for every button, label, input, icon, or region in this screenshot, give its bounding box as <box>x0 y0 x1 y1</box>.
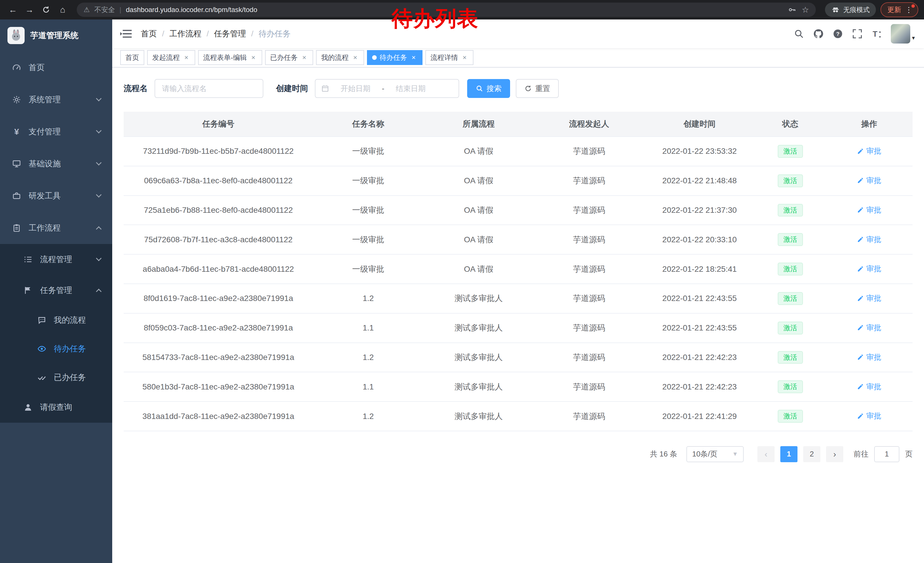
status-badge: 激活 <box>778 321 803 335</box>
sidebar-item-task-mgmt[interactable]: 任务管理 <box>0 275 112 306</box>
caret-down-icon: ▼ <box>732 451 738 457</box>
process-cell: OA 请假 <box>423 195 534 225</box>
breadcrumb-item-current: 待办任务 <box>258 29 291 39</box>
approve-link[interactable]: 审批 <box>857 293 881 303</box>
action-cell: 审批 <box>826 166 912 195</box>
tab-done-task[interactable]: 已办任务× <box>265 50 313 65</box>
update-notification-dot <box>911 4 915 8</box>
close-icon[interactable]: × <box>461 54 468 61</box>
sidebar-item-done-task[interactable]: 已办任务 <box>0 363 112 392</box>
sidebar-item-todo-task[interactable]: 待办任务 <box>0 335 112 363</box>
sidebar-item-infra[interactable]: 基础设施 <box>0 148 112 180</box>
task-id-cell: 75d72608-7b7f-11ec-a3c8-acde48001122 <box>124 225 313 254</box>
sidebar-item-home[interactable]: 首页 <box>0 51 112 84</box>
sidebar-item-payment[interactable]: ¥ 支付管理 <box>0 116 112 148</box>
close-icon[interactable]: × <box>183 54 190 61</box>
sidebar: 芋道管理系统 首页 系统管理 ¥ 支付管理 <box>0 20 112 563</box>
font-size-icon[interactable]: T <box>872 29 882 39</box>
sidebar-item-process-mgmt[interactable]: 流程管理 <box>0 244 112 275</box>
approve-link[interactable]: 审批 <box>857 352 881 362</box>
close-icon[interactable]: × <box>410 54 417 61</box>
home-icon[interactable]: ⌂ <box>56 3 70 17</box>
approve-link[interactable]: 审批 <box>857 234 881 245</box>
sidebar-item-label: 研发工具 <box>28 191 61 201</box>
approve-link[interactable]: 审批 <box>857 264 881 274</box>
tab-start-process[interactable]: 发起流程× <box>147 50 195 65</box>
page-size-select[interactable]: 10条/页 ▼ <box>686 446 744 462</box>
sidebar-item-label: 系统管理 <box>28 94 61 105</box>
total-count: 共 16 条 <box>650 449 677 459</box>
reload-icon[interactable] <box>39 3 53 17</box>
status-badge: 激活 <box>778 351 803 364</box>
tab-my-process[interactable]: 我的流程× <box>316 50 364 65</box>
goto-unit: 页 <box>905 449 912 459</box>
status-cell: 激活 <box>755 195 826 225</box>
bookmark-star-icon[interactable]: ☆ <box>802 5 809 15</box>
approve-link[interactable]: 审批 <box>857 146 881 156</box>
forward-icon[interactable]: → <box>22 3 37 17</box>
approve-link[interactable]: 审批 <box>857 205 881 215</box>
page: ← → ⌂ ⚠ 不安全 | dashboard.yudao.iocoder.cn… <box>0 0 924 563</box>
chrome-update-button[interactable]: 更新 ⋮ <box>880 2 918 17</box>
prev-page-button[interactable]: ‹ <box>758 446 775 462</box>
sidebar-item-leave-query[interactable]: 请假查询 <box>0 392 112 423</box>
process-cell: 测试多审批人 <box>423 343 534 372</box>
goto-page-input[interactable] <box>874 446 899 462</box>
process-cell: OA 请假 <box>423 225 534 254</box>
status-cell: 激活 <box>755 343 826 372</box>
tab-todo-task[interactable]: 待办任务× <box>367 50 423 65</box>
sidebar-item-my-process[interactable]: 我的流程 <box>0 306 112 335</box>
close-icon[interactable]: × <box>250 54 257 61</box>
task-id-cell: 580e1b3d-7ac8-11ec-a9e2-a2380e71991a <box>124 372 313 401</box>
password-key-icon[interactable] <box>787 6 797 14</box>
fullscreen-icon[interactable] <box>852 29 863 39</box>
approve-link[interactable]: 审批 <box>857 323 881 333</box>
breadcrumb-item-home[interactable]: 首页 <box>141 29 157 39</box>
edit-pencil-icon <box>857 236 864 243</box>
column-header-process: 所属流程 <box>423 112 534 137</box>
page-button-2[interactable]: 2 <box>803 446 820 462</box>
close-icon[interactable]: × <box>300 54 308 61</box>
help-icon[interactable]: ? <box>832 29 843 39</box>
breadcrumb-item-workflow[interactable]: 工作流程 <box>170 29 201 39</box>
tab-process-detail[interactable]: 流程详情× <box>425 50 474 65</box>
tab-process-form-edit[interactable]: 流程表单-编辑× <box>198 50 262 65</box>
breadcrumb-item-task-mgmt[interactable]: 任务管理 <box>214 29 246 39</box>
list-icon <box>23 255 33 264</box>
chevron-down-icon <box>96 128 102 134</box>
date-range-picker[interactable]: - <box>315 79 459 98</box>
approve-link[interactable]: 审批 <box>857 411 881 421</box>
task-name-cell: 一级审批 <box>313 166 423 195</box>
table-row: 58154733-7ac8-11ec-a9e2-a2380e71991a 1.2… <box>124 343 912 372</box>
reset-button[interactable]: 重置 <box>516 79 559 98</box>
page-url: dashboard.yudao.iocoder.cn/bpm/task/todo <box>126 6 257 14</box>
sidebar-item-workflow[interactable]: 工作流程 <box>0 212 112 244</box>
chevron-down-icon <box>96 96 102 101</box>
browser-menu-icon[interactable]: ⋮ <box>905 6 912 14</box>
sidebar-item-label: 流程管理 <box>40 254 72 265</box>
sidebar-item-label: 首页 <box>28 62 45 73</box>
tab-home[interactable]: 首页 <box>120 50 144 65</box>
approve-link[interactable]: 审批 <box>857 382 881 392</box>
github-icon[interactable] <box>813 29 824 39</box>
created-time-cell: 2022-01-22 21:37:30 <box>644 195 755 225</box>
sidebar-toggle-icon[interactable] <box>120 28 132 39</box>
approve-link[interactable]: 审批 <box>857 176 881 186</box>
next-page-button[interactable]: › <box>826 446 843 462</box>
sidebar-item-system[interactable]: 系统管理 <box>0 84 112 116</box>
back-icon[interactable]: ← <box>6 3 20 17</box>
created-time-cell: 2022-01-21 22:42:23 <box>644 372 755 401</box>
status-cell: 激活 <box>755 254 826 284</box>
user-avatar[interactable]: ▾ <box>891 24 915 44</box>
start-date-input[interactable] <box>332 84 380 93</box>
end-date-input[interactable] <box>387 84 435 93</box>
sidebar-item-devtools[interactable]: 研发工具 <box>0 180 112 212</box>
search-icon[interactable] <box>794 29 804 39</box>
page-button-1[interactable]: 1 <box>780 446 798 462</box>
edit-pencil-icon <box>857 148 864 155</box>
search-button[interactable]: 搜索 <box>467 79 510 98</box>
process-name-input[interactable] <box>154 79 263 98</box>
status-badge: 激活 <box>778 174 803 187</box>
action-cell: 审批 <box>826 372 912 401</box>
close-icon[interactable]: × <box>351 54 359 61</box>
